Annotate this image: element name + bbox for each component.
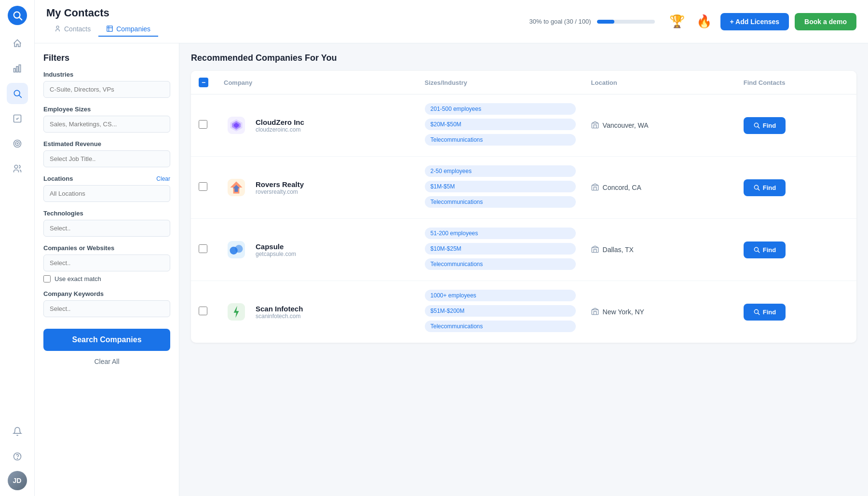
filter-label-employee-sizes: Employee Sizes xyxy=(43,106,170,113)
svg-point-11 xyxy=(14,165,18,169)
sidebar: JD xyxy=(0,0,35,496)
filter-group-companies: Companies or Websites Use exact match xyxy=(43,244,170,282)
filter-group-revenue: Estimated Revenue xyxy=(43,140,170,167)
find-button-1[interactable]: Find xyxy=(744,117,786,134)
row-checkbox-1[interactable] xyxy=(199,120,207,129)
header-icons: 🏆 🔥 + Add Licenses Book a demo xyxy=(666,11,856,32)
svg-rect-39 xyxy=(592,309,598,314)
svg-rect-2 xyxy=(14,68,15,72)
company-cell: Rovers Realty roversrealty.com xyxy=(224,175,409,200)
sidebar-item-users[interactable] xyxy=(7,158,28,179)
locations-input[interactable] xyxy=(43,185,170,202)
add-licenses-button[interactable]: + Add Licenses xyxy=(720,13,789,30)
main-area: My Contacts Contacts Companies 30% to go… xyxy=(35,0,868,496)
filter-label-revenue: Estimated Revenue xyxy=(43,140,170,147)
progress-label: 30% to goal (30 / 100) xyxy=(529,18,591,25)
filters-panel: Filters Industries Employee Sizes Estima… xyxy=(35,43,179,496)
company-logo xyxy=(224,113,249,138)
companies-input[interactable] xyxy=(43,255,170,271)
technologies-input[interactable] xyxy=(43,220,170,237)
sidebar-logo[interactable] xyxy=(8,6,27,25)
svg-rect-34 xyxy=(592,247,598,252)
svg-rect-28 xyxy=(592,185,598,190)
table-row: CloudZero Inc cloudzeroinc.com 201-500 e… xyxy=(191,94,856,157)
company-domain: scaninfotech.com xyxy=(256,313,303,320)
row-checkbox-3[interactable] xyxy=(199,244,207,253)
results-area: Recommended Companies For You Company Si… xyxy=(179,43,868,496)
svg-rect-4 xyxy=(19,65,20,72)
locations-clear[interactable]: Clear xyxy=(156,175,170,182)
find-button-4[interactable]: Find xyxy=(744,304,786,321)
building-icon xyxy=(591,121,599,130)
search-companies-button[interactable]: Search Companies xyxy=(43,329,170,351)
company-tag: Telecommunications xyxy=(425,258,576,270)
find-button-2[interactable]: Find xyxy=(744,179,786,196)
company-cell: Capsule getcapsule.com xyxy=(224,237,409,262)
sidebar-item-home[interactable] xyxy=(7,33,28,54)
clear-all-button[interactable]: Clear All xyxy=(43,355,170,368)
location-cell: Concord, CA xyxy=(591,183,728,192)
company-tag: Telecommunications xyxy=(425,134,576,146)
svg-point-33 xyxy=(235,245,243,253)
svg-point-10 xyxy=(17,143,18,144)
company-location: Vancouver, WA xyxy=(603,121,649,129)
tags-col: 51-200 employees$10M-$25MTelecommunicati… xyxy=(425,228,576,272)
table-row: Rovers Realty roversrealty.com 2-50 empl… xyxy=(191,157,856,219)
sidebar-item-notifications[interactable] xyxy=(7,421,28,442)
sidebar-item-targets[interactable] xyxy=(7,133,28,154)
company-info: Capsule getcapsule.com xyxy=(256,242,296,257)
progress-bar-fill xyxy=(597,20,614,24)
header-tabs: Contacts Companies xyxy=(46,22,518,37)
sidebar-item-analytics[interactable] xyxy=(7,58,28,79)
tab-companies[interactable]: Companies xyxy=(98,22,158,37)
tab-contacts-label: Contacts xyxy=(64,25,91,33)
page-title: My Contacts xyxy=(46,7,518,19)
progress-area: 30% to goal (30 / 100) xyxy=(529,18,655,25)
filter-label-keywords: Company Keywords xyxy=(43,290,170,297)
avatar[interactable]: JD xyxy=(8,471,27,490)
book-demo-button[interactable]: Book a demo xyxy=(795,13,856,30)
svg-line-36 xyxy=(758,251,759,253)
industries-input[interactable] xyxy=(43,81,170,98)
results-title: Recommended Companies For You xyxy=(191,53,856,63)
filter-group-technologies: Technologies xyxy=(43,210,170,237)
svg-rect-15 xyxy=(107,26,112,31)
sidebar-item-search[interactable] xyxy=(7,83,28,104)
col-find-contacts: Find Contacts xyxy=(736,71,856,94)
filter-label-technologies: Technologies xyxy=(43,210,170,217)
revenue-input[interactable] xyxy=(43,150,170,167)
company-tag: $20M-$50M xyxy=(425,119,576,130)
filter-label-companies: Companies or Websites xyxy=(43,244,170,252)
tab-contacts[interactable]: Contacts xyxy=(46,22,98,37)
company-location: Dallas, TX xyxy=(603,246,634,254)
tags-col: 2-50 employees$1M-$5MTelecommunications xyxy=(425,165,576,210)
filter-group-industries: Industries xyxy=(43,71,170,98)
find-button-3[interactable]: Find xyxy=(744,241,786,258)
company-location: Concord, CA xyxy=(603,184,641,191)
progress-bar xyxy=(597,20,655,24)
company-tag: $51M-$200M xyxy=(425,305,576,317)
company-domain: getcapsule.com xyxy=(256,251,296,257)
building-icon xyxy=(591,183,599,192)
exact-match-checkbox[interactable] xyxy=(43,275,51,282)
sidebar-item-tasks[interactable] xyxy=(7,108,28,129)
tags-col: 1000+ employees$51M-$200MTelecommunicati… xyxy=(425,290,576,334)
row-checkbox-2[interactable] xyxy=(199,182,207,191)
company-table: Company Sizes/Industry Location Find Con… xyxy=(191,71,856,343)
building-icon xyxy=(591,245,599,255)
company-tag: $10M-$25M xyxy=(425,243,576,255)
table-row: Scan Infotech scaninfotech.com 1000+ emp… xyxy=(191,281,856,343)
company-name: Capsule xyxy=(256,242,296,251)
employee-sizes-input[interactable] xyxy=(43,116,170,133)
master-checkbox[interactable] xyxy=(199,78,208,87)
row-checkbox-4[interactable] xyxy=(199,307,207,315)
content-area: Filters Industries Employee Sizes Estima… xyxy=(35,43,868,496)
location-cell: Vancouver, WA xyxy=(591,121,728,130)
keywords-input[interactable] xyxy=(43,300,170,317)
company-tag: Telecommunications xyxy=(425,321,576,332)
tags-col: 201-500 employees$20M-$50MTelecommunicat… xyxy=(425,103,576,147)
company-tag: Telecommunications xyxy=(425,196,576,208)
header: My Contacts Contacts Companies 30% to go… xyxy=(35,0,868,43)
company-tag: $1M-$5M xyxy=(425,181,576,192)
sidebar-item-help[interactable] xyxy=(7,446,28,467)
